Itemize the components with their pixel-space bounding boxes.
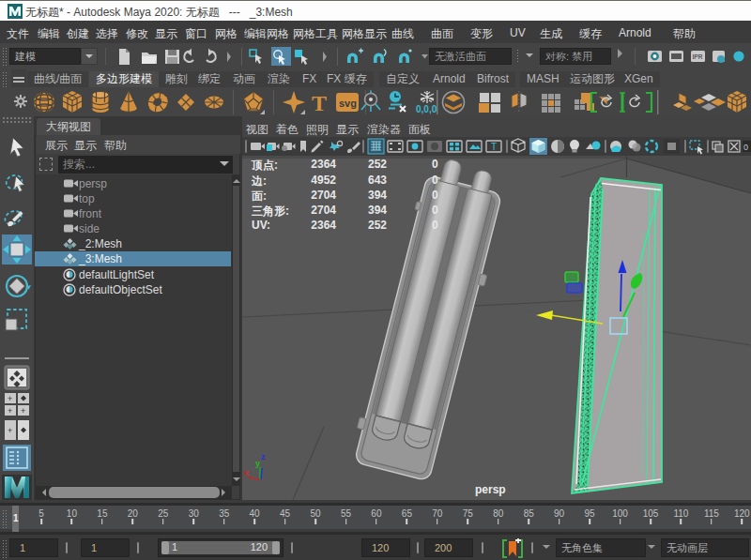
- svg-text:y: y: [255, 459, 260, 468]
- svg-text:+: +: [8, 426, 12, 435]
- svg-text:x: x: [244, 468, 249, 477]
- svg-text:0: 0: [743, 143, 748, 152]
- svg-text:+: +: [21, 406, 25, 416]
- svg-text:persp: persp: [475, 483, 506, 496]
- svg-text:T: T: [312, 91, 327, 114]
- svg-text:+: +: [8, 394, 12, 403]
- svg-text:z: z: [261, 452, 266, 462]
- svg-text:svg: svg: [339, 98, 357, 109]
- svg-text:IPR: IPR: [693, 53, 703, 60]
- svg-text:+: +: [8, 406, 12, 416]
- svg-text:T: T: [491, 142, 497, 152]
- svg-text:0,0,0: 0,0,0: [416, 104, 437, 114]
